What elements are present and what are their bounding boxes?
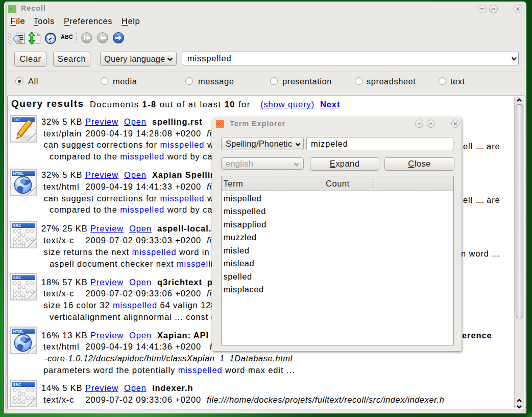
svg-text:TXT: TXT (13, 118, 21, 122)
svg-text:SRC: SRC (13, 223, 21, 228)
svg-text:HTML: HTML (13, 171, 24, 176)
svg-text:HTML: HTML (13, 329, 24, 334)
svg-text:SRC: SRC (13, 275, 21, 280)
svg-text:SRC: SRC (13, 382, 21, 387)
